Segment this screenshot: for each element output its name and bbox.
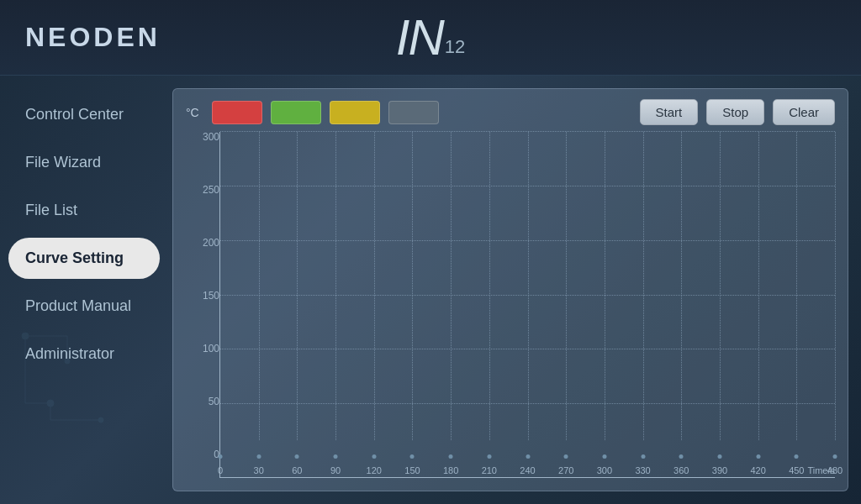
chart-toolbar: °C Start Stop Clear [186,99,835,125]
clear-button[interactable]: Clear [773,99,835,125]
chart-area: 300 250 200 150 100 50 0 030609012015018… [186,132,835,478]
v-grid-line [758,132,759,440]
y-tick-300: 300 [186,132,219,142]
x-tick-dot [564,454,568,459]
x-tick-dot [334,454,338,459]
x-tick-label: 180 [443,465,458,475]
header: NEODEN IN 12 [0,0,861,76]
v-grid-line [605,132,605,440]
x-tick-label: 450 [789,465,804,475]
x-tick-dot [410,454,415,459]
y-axis: 300 250 200 150 100 50 0 [186,132,219,478]
x-axis: 0306090120150180210240270300330360390420… [220,459,835,477]
sidebar-item-curve-setting[interactable]: Curve Setting [8,238,160,279]
swatch-zone4[interactable] [388,101,439,124]
chart-container: °C Start Stop Clear 300 250 200 150 100 [172,88,848,491]
time-unit-label: Time/s [807,465,835,475]
x-tick-dot [833,454,837,459]
start-button[interactable]: Start [640,99,699,125]
v-grid-line [681,132,682,440]
x-tick-dot [795,454,799,459]
v-grid-line [720,132,721,440]
temp-unit-label: °C [186,106,199,119]
sidebar-item-file-list[interactable]: File List [8,190,160,231]
x-tick-label: 240 [520,465,535,475]
v-grid-line [374,132,375,440]
y-tick-100: 100 [186,344,219,354]
sidebar-item-file-wizard[interactable]: File Wizard [8,142,160,183]
chart-inner: 0306090120150180210240270300330360390420… [219,132,835,478]
model-main: IN [396,13,443,63]
x-tick-dot [756,454,760,459]
y-tick-0: 0 [186,449,219,459]
logo: NEODEN [25,22,161,53]
x-tick-dot [372,454,376,459]
v-grid-line [412,132,413,440]
x-tick-label: 30 [254,465,264,475]
x-tick-dot [717,454,721,459]
v-grid-line [528,132,529,440]
x-tick-label: 60 [292,465,302,475]
x-tick-label: 360 [673,465,689,475]
v-grid-line [796,132,797,440]
v-grid-line [297,132,298,440]
model-sub: 12 [445,36,465,58]
v-grid-line [835,132,836,440]
x-tick-label: 120 [367,465,382,475]
v-grid-line [566,132,567,440]
model-title: IN 12 [396,13,465,63]
v-grid-line [451,132,452,440]
v-grid-line [643,132,644,440]
x-tick-dot [219,454,223,459]
sidebar-item-control-center[interactable]: Control Center [8,94,160,135]
x-tick-dot [641,454,645,459]
x-tick-dot [487,454,491,459]
v-grid-line [489,132,490,440]
grid-lines [220,132,835,459]
x-tick-dot [295,454,299,459]
x-tick-dot [602,454,606,459]
x-tick-label: 90 [330,465,341,475]
y-tick-50: 50 [186,396,219,407]
x-tick-label: 420 [750,465,765,475]
x-tick-label: 270 [558,465,573,475]
y-tick-250: 250 [186,185,219,195]
swatch-zone3[interactable] [330,101,380,124]
x-tick-label: 300 [597,465,612,475]
sidebar-item-product-manual[interactable]: Product Manual [8,286,160,327]
swatch-zone2[interactable] [271,101,321,124]
stop-button[interactable]: Stop [706,99,764,125]
content-area: °C Start Stop Clear 300 250 200 150 100 [168,76,861,504]
main-layout: Control Center File Wizard File List Cur… [0,76,861,504]
y-tick-200: 200 [186,238,219,248]
x-tick-dot [526,454,530,459]
x-tick-label: 150 [404,465,420,475]
x-tick-label: 210 [482,465,497,475]
x-tick-label: 0 [218,465,223,475]
x-tick-dot [256,454,261,459]
v-grid-line [259,132,260,440]
sidebar-item-administrator[interactable]: Administrator [8,333,160,375]
x-tick-dot [679,454,684,459]
swatch-zone1[interactable] [212,101,262,124]
x-tick-label: 390 [712,465,727,475]
x-tick-label: 330 [635,465,650,475]
v-grid-line [335,132,336,440]
sidebar: Control Center File Wizard File List Cur… [0,76,168,504]
x-tick-dot [449,454,453,459]
y-tick-150: 150 [186,291,219,301]
